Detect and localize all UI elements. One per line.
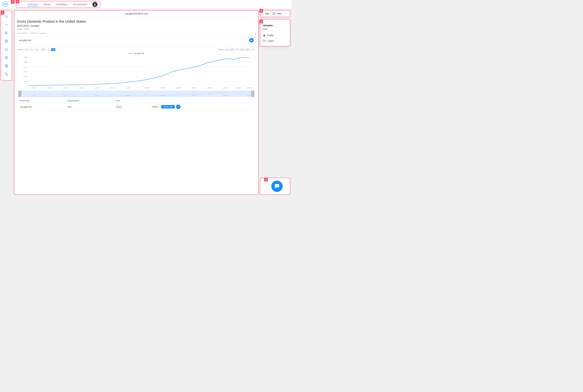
edit-label: Edit <box>265 12 269 15</box>
chart-container: Zoom 1m 3m 6m YTD 1y All From Jan 1, 194… <box>17 47 256 112</box>
app-logo[interactable] <box>3 1 12 8</box>
svg-text:1955: 1955 <box>47 87 52 89</box>
section-4-label: 4 <box>259 9 263 13</box>
profile-icon <box>263 34 266 37</box>
svg-text:2005: 2005 <box>207 87 212 89</box>
execute-hint: Press SHIFT + ENTER to execute <box>17 32 256 34</box>
date-from[interactable]: Jan 1, 1947 <box>224 48 235 51</box>
content-area: usa.gdp.fred.demo.rww + Gross Domestic P… <box>13 9 260 196</box>
edit-view-toggle: 4 Edit View <box>260 10 290 17</box>
section-3-label: 3 <box>16 0 19 4</box>
nav-tab-workspace[interactable]: workspace <box>28 2 38 6</box>
workspace-panel: usa.gdp.fred.demo.rww + Gross Domestic P… <box>14 10 259 195</box>
svg-text:2000: 2000 <box>192 95 196 96</box>
show-tree-button[interactable]: Show Tree <box>161 105 175 108</box>
query-box: usa.gdp.fred ▶ <box>17 36 256 44</box>
col-rosecode: Rosecode <box>18 98 66 103</box>
svg-text:0: 0 <box>26 85 28 87</box>
zoom-label: Zoom <box>18 48 23 51</box>
minimap: 1950 1960 1970 1980 1990 2000 2010 2020 <box>18 90 254 97</box>
query-input[interactable]: usa.gdp.fred <box>19 39 249 42</box>
nav-tabs-border: 3 workspace sharing marketplace document… <box>16 1 100 8</box>
svg-text:1960: 1960 <box>63 87 68 89</box>
panel-body: + Gross Domestic Product in the United S… <box>14 17 258 194</box>
chat-button-container: 6 <box>260 178 290 195</box>
svg-point-1 <box>5 4 6 4</box>
run-button[interactable]: ▶ <box>249 38 254 42</box>
chart-legend: usa.gdp.fred <box>18 52 254 54</box>
add-icon[interactable]: + <box>254 36 256 39</box>
svg-text:30k: 30k <box>24 57 28 58</box>
svg-text:10k: 10k <box>24 76 28 77</box>
svg-text:2020: 2020 <box>246 87 252 89</box>
logout-item[interactable]: Logout <box>263 38 287 44</box>
svg-line-4 <box>7 17 8 18</box>
section-6-label: 6 <box>264 178 268 182</box>
add-row-button[interactable]: + <box>176 104 181 109</box>
zoom-3m[interactable]: 3m <box>30 48 34 51</box>
sidebar-item-code[interactable] <box>3 21 10 28</box>
sidebar-item-new-file[interactable] <box>3 54 10 61</box>
nav-tab-marketplace[interactable]: marketplace <box>56 2 68 6</box>
svg-text:1950: 1950 <box>31 87 37 89</box>
zoom-ytd[interactable]: YTD <box>40 48 46 51</box>
user-dropdown: 5 reinaww rose Profile Logout <box>260 19 290 46</box>
profile-label: Profile <box>267 34 274 37</box>
zoom-1m[interactable]: 1m <box>25 48 29 51</box>
chart-source: Source: FRED <box>17 28 256 30</box>
sidebar-item-folder[interactable] <box>3 46 10 53</box>
profile-item[interactable]: Profile <box>263 33 287 38</box>
svg-text:1975: 1975 <box>110 87 115 89</box>
user-org: rose <box>263 28 287 30</box>
chat-icon <box>274 184 280 189</box>
svg-text:2020: 2020 <box>247 95 251 96</box>
sidebar-item-document[interactable] <box>3 30 10 36</box>
svg-point-58 <box>264 34 265 36</box>
date-range: From Jan 1, 1947 To Jan 1, 2022 <box>219 48 254 51</box>
svg-text:2010: 2010 <box>223 95 228 96</box>
toggle-knob <box>270 12 273 15</box>
svg-rect-13 <box>6 66 7 67</box>
svg-text:1980: 1980 <box>126 87 131 89</box>
svg-text:1970: 1970 <box>94 87 100 89</box>
data-table: Rosecode Organization Units usa.gdp.fred… <box>18 98 254 110</box>
col-units: Units <box>114 98 148 103</box>
zoom-1y[interactable]: 1y <box>47 48 51 51</box>
header: 2 3 workspace sharing marketplace docume… <box>0 0 292 9</box>
sidebar-item-copy[interactable] <box>3 71 10 78</box>
nav-tab-sharing[interactable]: sharing <box>43 2 51 6</box>
user-avatar-button[interactable] <box>92 2 98 7</box>
svg-text:2010: 2010 <box>223 87 228 89</box>
from-label: From <box>219 48 223 51</box>
svg-text:15k: 15k <box>24 71 28 72</box>
section-1-label: 1 <box>1 11 5 14</box>
details-button[interactable]: Details <box>150 105 160 109</box>
sidebar-item-database[interactable] <box>3 38 10 45</box>
chart-svg: 30k 25k 20k 15k 10k 5k 0 1950 1955 1960 … <box>18 56 254 90</box>
col-organization: Organization <box>66 98 114 103</box>
svg-point-9 <box>5 40 8 41</box>
svg-text:1995: 1995 <box>176 87 181 89</box>
svg-text:1970: 1970 <box>95 95 99 96</box>
chart-title: Gross Domestic Product in the United Sta… <box>17 20 256 24</box>
menu-icon[interactable] <box>252 48 254 51</box>
main-layout: usa.gdp.fred.demo.rww + Gross Domestic P… <box>0 9 292 196</box>
chat-button[interactable] <box>271 180 283 192</box>
svg-point-3 <box>5 15 7 17</box>
to-label: To <box>236 48 238 51</box>
svg-text:1965: 1965 <box>79 87 84 89</box>
sidebar-item-save[interactable] <box>3 62 10 69</box>
cell-rosecode: usa.gdp.fred <box>18 103 66 110</box>
date-to[interactable]: Jan 1, 2022 <box>239 48 251 51</box>
three-dots-menu[interactable] <box>255 33 256 36</box>
svg-text:1990: 1990 <box>160 87 165 89</box>
edit-view-switch[interactable] <box>270 12 276 15</box>
cell-units: None <box>114 103 148 110</box>
svg-text:2000: 2000 <box>191 87 197 89</box>
right-panel: 4 Edit View 5 reinaww rose Profile <box>260 9 292 196</box>
nav-tab-documentation[interactable]: documentation <box>73 2 87 6</box>
user-display-name: reinaww <box>263 24 287 27</box>
chart-subtitle: 1970-2021, monthly <box>17 24 256 28</box>
zoom-6m[interactable]: 6m <box>35 48 40 51</box>
zoom-all[interactable]: All <box>51 48 55 51</box>
